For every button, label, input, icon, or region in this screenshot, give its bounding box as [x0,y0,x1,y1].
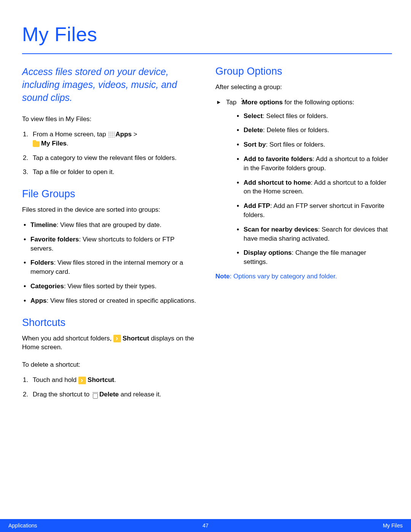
more-options-label: More options [242,99,283,106]
item-label: Delete [244,126,263,134]
note-label: Note [215,273,230,280]
arrow-step: Tap More options for the following optio… [215,98,392,267]
note-body: : Options vary by category and folder. [230,273,337,280]
step-suffix: and release it. [119,391,161,398]
delete-label: Delete [99,391,119,398]
list-item: Add FTP: Add an FTP server shortcut in F… [235,201,392,220]
trash-icon [92,392,98,399]
shortcuts-heading: Shortcuts [22,317,199,329]
shortcut-icon [78,377,86,384]
footer-section-name: Applications [8,522,202,529]
list-item: Categories: View files sorted by their t… [22,282,199,291]
page-footer: Applications 47 My Files [0,519,411,532]
group-options-heading: Group Options [215,66,392,77]
step-text: From a Home screen, tap [33,131,108,138]
list-item: Sort by: Sort files or folders. [235,140,392,149]
item-label: Add shortcut to home [244,179,311,186]
footer-topic-name: My Files [209,522,403,529]
step-suffix: . [114,376,116,383]
myfiles-label: My Files [41,140,67,147]
left-column: Access files stored on your device, incl… [22,66,199,404]
list-item: Select: Select files or folders. [235,112,392,121]
item-label: Categories [30,283,64,290]
list-item: Add to favorite folders: Add a shortcut … [235,155,392,173]
item-text: : View files stored in the internal memo… [30,259,183,275]
list-item: Drag the shortcut to Delete and release … [22,390,199,399]
item-text: : View files stored or created in specif… [47,297,196,304]
item-label: Add FTP [244,202,270,209]
page-title: My Files [22,23,392,46]
item-label: Display options [244,249,292,256]
view-lead: To view files in My Files: [22,115,199,124]
list-item: Folders: View files stored in the intern… [22,258,199,276]
delete-shortcut-steps: Touch and hold Shortcut. Drag the shortc… [22,375,199,399]
list-item: Touch and hold Shortcut. [22,375,199,385]
list-item: Display options: Change the file manager… [235,248,392,267]
item-label: Timeline [30,221,57,228]
list-item: From a Home screen, tap Apps > My Files. [22,130,199,148]
arrow-prefix: Tap [226,99,238,106]
item-label: Scan for nearby devices [244,226,318,233]
two-column-layout: Access files stored on your device, incl… [22,66,392,404]
item-text: : Delete files or folders. [263,126,329,134]
item-text: : Select files or folders. [263,112,328,120]
list-item: Add shortcut to home: Add a shortcut to … [235,178,392,197]
item-label: Favorite folders [30,236,79,243]
step-prefix: Touch and hold [33,376,78,383]
item-label: Add to favorite folders [244,155,312,163]
item-text: : Sort files or folders. [266,141,325,148]
note-text: Note: Options vary by category and folde… [215,272,392,281]
folder-icon [33,141,40,147]
group-options-list: Select: Select files or folders. Delete:… [235,112,392,267]
item-label: Select [244,112,263,120]
file-groups-lead: Files stored in the device are sorted in… [22,205,199,214]
list-item: Delete: Delete files or folders. [235,126,392,135]
shortcuts-lead: When you add shortcut folders, Shortcut … [22,334,199,352]
file-groups-heading: File Groups [22,188,199,200]
apps-label: Apps [115,131,132,138]
apps-grid-icon [108,131,115,137]
file-groups-list: Timeline: View files that are grouped by… [22,220,199,305]
period: . [67,140,68,147]
step-prefix: Drag the shortcut to [33,391,91,398]
group-options-lead: After selecting a group: [215,83,392,92]
item-text: : View files sorted by their types. [64,283,156,290]
list-item: Favorite folders: View shortcuts to fold… [22,235,199,253]
shortcut-label: Shortcut [123,335,149,342]
more-options-icon [238,99,241,105]
arrow-suffix: for the following options: [283,99,354,106]
delete-shortcut-lead: To delete a shortcut: [22,360,199,369]
item-text: : View files that are grouped by date. [57,221,162,228]
lead-prefix: When you add shortcut folders, [22,335,113,342]
shortcut-icon [113,335,121,342]
title-rule [22,53,392,54]
view-steps-list: From a Home screen, tap Apps > My Files.… [22,130,199,177]
list-item: Tap a file or folder to open it. [22,168,199,177]
shortcut-label: Shortcut [88,376,114,383]
list-item: Timeline: View files that are grouped by… [22,220,199,230]
list-item: Apps: View files stored or created in sp… [22,296,199,305]
list-item: Scan for nearby devices: Search for devi… [235,225,392,243]
intro-text: Access files stored on your device, incl… [22,66,199,104]
item-label: Apps [30,297,47,304]
right-column: Group Options After selecting a group: T… [215,66,392,404]
separator: > [132,131,137,138]
item-label: Folders [30,259,54,266]
item-label: Sort by [244,141,266,148]
footer-page-number: 47 [202,522,209,529]
list-item: Tap a category to view the relevant file… [22,153,199,163]
